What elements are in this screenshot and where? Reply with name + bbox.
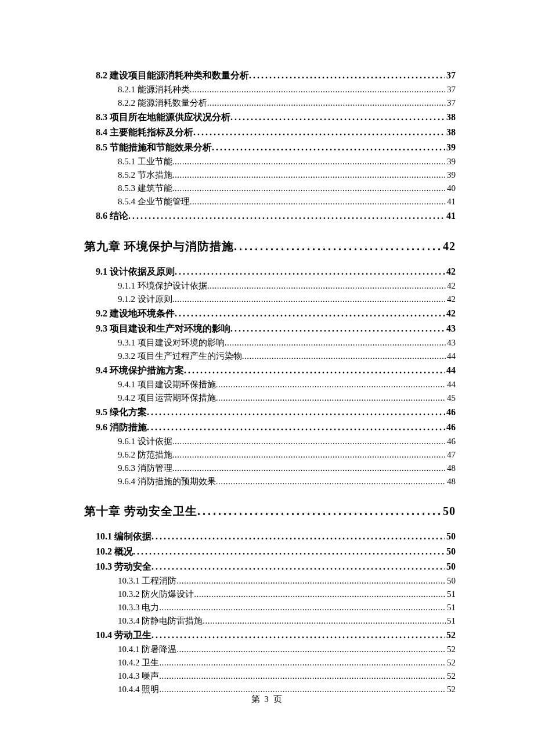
toc-entry: 9.2 建设地环境条件.............................… [96, 308, 456, 320]
toc-entry: 9.3 项目建设和生产对环境的影响.......................… [96, 323, 456, 335]
toc-entry-page: 48 [446, 463, 456, 473]
toc-entry: 9.5 绿化方案................................… [96, 406, 456, 419]
toc-entry-page: 51 [446, 589, 456, 599]
toc-entry: 9.1.1 环境保护设计依据..........................… [118, 280, 456, 291]
toc-leader-dots: ........................................… [234, 240, 442, 253]
toc-entry-page: 50 [445, 561, 456, 572]
toc-leader-dots: ........................................… [194, 589, 446, 599]
toc-leader-dots: ........................................… [197, 505, 442, 518]
toc-entry: 10.4.3 噪声...............................… [118, 671, 456, 682]
toc-entry-page: 45 [446, 393, 456, 403]
toc-entry: 8.2.2 能源消耗数量分析..........................… [118, 98, 456, 109]
toc-entry-page: 50 [446, 576, 456, 586]
toc-entry: 10.3 劳动安全...............................… [96, 561, 456, 573]
toc-entry: 9.1.2 设计原则..............................… [118, 294, 456, 305]
toc-entry-page: 42 [446, 281, 456, 291]
toc-leader-dots: ........................................… [147, 422, 445, 433]
toc-leader-dots: ........................................… [172, 183, 446, 193]
toc-entry-label: 10.3 劳动安全 [96, 561, 151, 573]
toc-entry: 第十章 劳动安全卫生..............................… [84, 503, 456, 519]
toc-entry-page: 37 [445, 70, 456, 81]
toc-entry-label: 10.4 劳动卫生 [96, 629, 151, 642]
toc-entry-page: 37 [446, 85, 456, 95]
toc-entry-label: 10.4.1 防暑降温 [118, 644, 176, 655]
toc-entry-label: 10.3.3 电力 [118, 602, 159, 613]
table-of-contents: 8.2 建设项目能源消耗种类和数量分析.....................… [84, 70, 456, 695]
toc-entry-page: 41 [445, 211, 456, 221]
toc-entry-label: 9.6 消防措施 [96, 422, 147, 434]
toc-entry-page: 43 [446, 338, 456, 348]
toc-entry-label: 10.4.2 卫生 [118, 657, 159, 668]
toc-entry: 10.1 编制依据...............................… [96, 531, 456, 543]
toc-entry-label: 8.2.1 能源消耗种类 [118, 84, 190, 95]
toc-entry-label: 9.4.2 项目运营期环保措施 [118, 393, 216, 404]
toc-entry: 10.2 概况.................................… [96, 546, 456, 558]
toc-entry-page: 38 [445, 127, 456, 138]
toc-entry: 8.3 项目所在地能源供应状况分析.......................… [96, 111, 456, 124]
toc-entry-page: 38 [445, 112, 456, 123]
toc-leader-dots: ........................................… [190, 197, 446, 207]
document-page: 8.2 建设项目能源消耗种类和数量分析.....................… [0, 0, 534, 756]
toc-entry: 10.3.3 电力...............................… [118, 602, 456, 613]
toc-entry: 9.4.1 项目建设期环保措施.........................… [118, 379, 456, 390]
toc-entry: 9.6.2 防范措施..............................… [118, 449, 456, 460]
toc-entry: 10.4 劳动卫生...............................… [96, 629, 456, 642]
toc-leader-dots: ........................................… [151, 630, 445, 640]
toc-entry: 9.3.1 项目建设对环境的影响........................… [118, 337, 456, 348]
toc-leader-dots: ........................................… [203, 616, 446, 626]
toc-entry: 10.4.1 防暑降温.............................… [118, 644, 456, 655]
toc-entry: 8.5.4 企业节能管理............................… [118, 196, 456, 207]
toc-entry-label: 8.2 建设项目能源消耗种类和数量分析 [96, 70, 249, 82]
toc-leader-dots: ........................................… [159, 671, 446, 681]
toc-entry-label: 9.2 建设地环境条件 [96, 308, 175, 320]
toc-entry-page: 50 [445, 546, 456, 557]
toc-entry-page: 51 [446, 616, 456, 626]
toc-entry-page: 50 [442, 505, 456, 518]
toc-entry-label: 8.5.1 工业节能 [118, 156, 172, 167]
toc-leader-dots: ........................................… [159, 658, 446, 668]
toc-entry-page: 52 [446, 671, 456, 681]
toc-leader-dots: ........................................… [207, 98, 446, 108]
toc-entry-label: 8.5.4 企业节能管理 [118, 196, 190, 207]
toc-entry-page: 47 [446, 450, 456, 460]
toc-entry-label: 9.4 环境保护措施方案 [96, 365, 184, 377]
toc-entry: 9.4 环境保护措施方案............................… [96, 365, 456, 377]
toc-entry-label: 9.3.1 项目建设对环境的影响 [118, 337, 225, 348]
toc-entry-label: 10.2 概况 [96, 546, 133, 558]
toc-entry-page: 48 [446, 477, 456, 487]
toc-entry-label: 8.6 结论 [96, 210, 128, 222]
toc-entry: 9.6 消防措施................................… [96, 422, 456, 434]
toc-entry: 10.3.2 防火防爆设计...........................… [118, 589, 456, 600]
toc-leader-dots: ........................................… [172, 437, 446, 447]
toc-entry-page: 52 [446, 645, 456, 654]
toc-entry-label: 第九章 环境保护与消防措施 [84, 239, 234, 254]
toc-leader-dots: ........................................… [172, 463, 446, 473]
toc-entry: 9.4.2 项目运营期环保措施.........................… [118, 393, 456, 404]
toc-leader-dots: ........................................… [184, 365, 445, 376]
toc-entry-label: 9.6.3 消防管理 [118, 463, 172, 474]
toc-entry: 10.3.1 工程消防.............................… [118, 575, 456, 586]
toc-entry-page: 44 [446, 380, 456, 390]
toc-leader-dots: ........................................… [230, 323, 445, 334]
toc-leader-dots: ........................................… [151, 561, 445, 572]
toc-entry-page: 43 [445, 323, 456, 334]
toc-leader-dots: ........................................… [172, 294, 446, 304]
toc-entry-label: 9.6.1 设计依据 [118, 436, 172, 447]
toc-leader-dots: ........................................… [176, 576, 446, 586]
toc-entry-label: 9.3 项目建设和生产对环境的影响 [96, 323, 230, 335]
toc-leader-dots: ........................................… [176, 645, 446, 654]
toc-entry: 8.5.3 建筑节能..............................… [118, 183, 456, 194]
toc-entry-page: 46 [446, 437, 456, 447]
toc-entry-label: 10.3.4 防静电防雷措施 [118, 615, 203, 627]
toc-leader-dots: ........................................… [147, 407, 445, 417]
toc-leader-dots: ........................................… [242, 351, 446, 361]
toc-entry-page: 52 [446, 658, 456, 668]
toc-entry: 10.4.2 卫生...............................… [118, 657, 456, 668]
toc-leader-dots: ........................................… [225, 338, 446, 348]
toc-entry: 8.2.1 能源消耗种类............................… [118, 84, 456, 95]
toc-entry: 8.5.2 节水措施..............................… [118, 170, 456, 181]
toc-leader-dots: ........................................… [159, 603, 446, 613]
toc-leader-dots: ........................................… [190, 85, 446, 95]
toc-entry-page: 46 [445, 407, 456, 417]
toc-entry-label: 9.5 绿化方案 [96, 406, 147, 419]
